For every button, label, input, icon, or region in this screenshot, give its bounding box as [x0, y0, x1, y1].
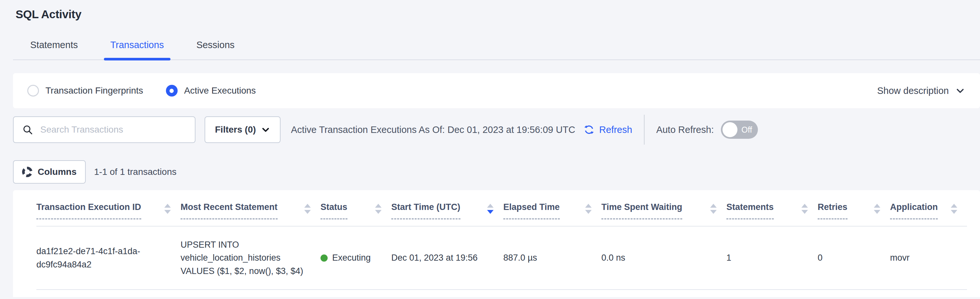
status-executing-dot-icon	[320, 254, 328, 262]
vertical-divider	[644, 115, 644, 145]
sort-icon	[874, 202, 880, 214]
column-header-time-spent-waiting[interactable]: Time Spent Waiting	[601, 202, 726, 226]
radio-transaction-fingerprints[interactable]: Transaction Fingerprints	[27, 85, 143, 96]
cell-retries: 0	[818, 226, 890, 290]
toggle-state-label: Off	[741, 125, 752, 134]
column-header-status[interactable]: Status	[320, 202, 391, 226]
column-header-retries[interactable]: Retries	[818, 202, 890, 226]
gear-icon	[22, 167, 32, 177]
view-mode-card: Transaction Fingerprints Active Executio…	[13, 73, 980, 108]
cell-application: movr	[890, 226, 967, 290]
filters-label: Filters (0)	[215, 125, 256, 135]
table-header-row: Transaction Execution ID Most Recent Sta…	[37, 202, 967, 226]
auto-refresh-label: Auto Refresh:	[656, 125, 714, 135]
cell-most-recent-statement: UPSERT INTO vehicle_location_histories V…	[181, 226, 320, 290]
column-header-elapsed-time[interactable]: Elapsed Time	[503, 202, 601, 226]
sort-icon	[304, 202, 311, 214]
sort-icon	[951, 202, 957, 214]
search-box[interactable]	[13, 116, 196, 143]
table-toolbar: Columns 1-1 of 1 transactions	[13, 160, 980, 184]
toggle-knob	[722, 122, 737, 137]
sort-icon	[710, 202, 717, 214]
column-header-transaction-execution-id[interactable]: Transaction Execution ID	[37, 202, 181, 226]
sort-icon	[487, 202, 493, 214]
radio-active-executions[interactable]: Active Executions	[166, 85, 256, 96]
column-header-statements[interactable]: Statements	[726, 202, 818, 226]
tab-transactions[interactable]: Transactions	[104, 40, 170, 59]
cell-elapsed-time: 887.0 µs	[503, 226, 601, 290]
cell-start-time: Dec 01, 2023 at 19:56	[391, 226, 503, 290]
show-description-button[interactable]: Show description	[877, 85, 966, 96]
chevron-down-icon	[955, 86, 965, 96]
chevron-down-icon	[261, 125, 270, 134]
auto-refresh-toggle[interactable]: Off	[721, 121, 758, 139]
table-row: da1f21e2-de71-4c1f-a1da-dc9fc94a84a2 UPS…	[37, 226, 967, 290]
cell-transaction-execution-id: da1f21e2-de71-4c1f-a1da-dc9fc94a84a2	[37, 226, 181, 290]
transactions-table: Transaction Execution ID Most Recent Sta…	[37, 202, 967, 290]
transactions-table-card: Transaction Execution ID Most Recent Sta…	[13, 190, 980, 297]
tab-sessions[interactable]: Sessions	[190, 40, 241, 59]
column-header-application[interactable]: Application	[890, 202, 967, 226]
radio-icon	[27, 85, 39, 96]
cell-status: Executing	[320, 226, 391, 290]
sort-icon	[164, 202, 171, 214]
sort-icon	[585, 202, 592, 214]
column-header-start-time[interactable]: Start Time (UTC)	[391, 202, 503, 226]
controls-row: Filters (0) Active Transaction Execution…	[13, 116, 980, 143]
tab-bar: Statements Transactions Sessions	[13, 40, 980, 59]
refresh-button[interactable]: Refresh	[583, 123, 632, 136]
refresh-icon	[583, 123, 595, 136]
radio-label: Transaction Fingerprints	[45, 85, 143, 96]
sort-icon	[375, 202, 382, 214]
column-header-most-recent-statement[interactable]: Most Recent Statement	[181, 202, 320, 226]
columns-button-label: Columns	[38, 167, 76, 177]
tab-statements[interactable]: Statements	[24, 40, 84, 59]
filters-button[interactable]: Filters (0)	[205, 116, 280, 143]
refresh-label: Refresh	[599, 125, 632, 135]
as-of-text: Active Transaction Executions As Of: Dec…	[291, 125, 575, 135]
show-description-label: Show description	[877, 85, 949, 96]
search-icon	[22, 124, 33, 135]
result-count: 1-1 of 1 transactions	[94, 167, 177, 177]
page-title: SQL Activity	[13, 0, 980, 21]
radio-icon	[166, 85, 178, 96]
radio-label: Active Executions	[184, 85, 256, 96]
cell-statements: 1	[726, 226, 818, 290]
search-input[interactable]	[40, 124, 188, 135]
cell-time-spent-waiting: 0.0 ns	[601, 226, 726, 290]
status-label: Executing	[332, 251, 371, 265]
columns-button[interactable]: Columns	[13, 160, 86, 184]
sort-icon	[802, 202, 808, 214]
